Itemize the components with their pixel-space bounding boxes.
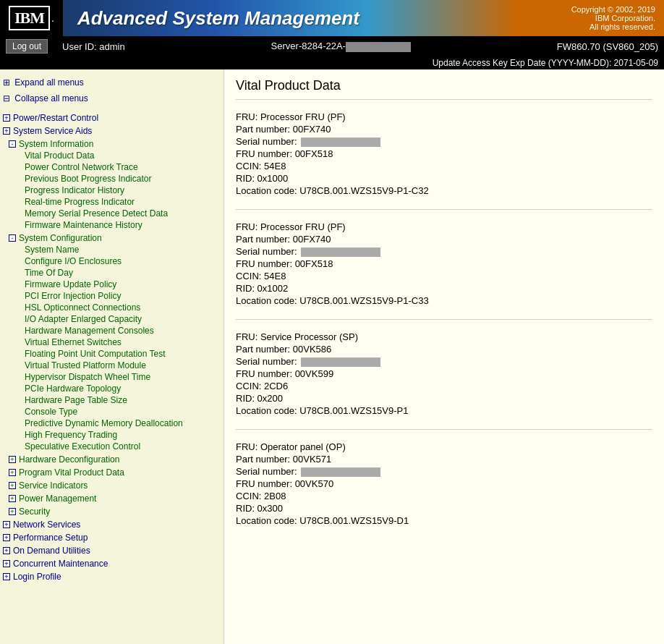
fru-label-1: FRU: Processor FRU (PF) [236, 221, 652, 232]
part-number-3: Part number: 00VK571 [236, 454, 652, 465]
expand-box-icon: + [3, 127, 10, 135]
sidebar-group-system-info[interactable]: - System Information [9, 138, 221, 150]
copyright-area: Copyright © 2002, 2019 IBM Corporation. … [519, 0, 664, 36]
sidebar-item-virtual-ethernet[interactable]: Virtual Ethernet Switches [9, 336, 221, 348]
expand-all-link[interactable]: ⊞ Expand all menus [3, 75, 221, 91]
sidebar-item-speculative-execution[interactable]: Speculative Execution Control [9, 441, 221, 452]
logout-button[interactable]: Log out [6, 39, 48, 54]
fru-block-0: FRU: Processor FRU (PF) Part number: 00F… [236, 111, 652, 210]
group-label: Security [19, 507, 50, 517]
sidebar-item-io-adapter-enlarged[interactable]: I/O Adapter Enlarged Capacity [9, 313, 221, 325]
fru-number-2: FRU number: 00VK599 [236, 368, 652, 379]
sidebar-item-configure-io-enclosures[interactable]: Configure I/O Enclosures [9, 255, 221, 267]
ibm-dot: . [51, 12, 54, 24]
sidebar-section-power-restart: + Power/Restart Control [3, 112, 221, 124]
sidebar-item-fp-computation-test[interactable]: Floating Point Unit Computation Test [9, 348, 221, 360]
group-label: Power Management [19, 493, 96, 504]
ccin-0: CCIN: 54E8 [236, 161, 652, 171]
sidebar-item-hsl-opticonnect[interactable]: HSL Opticonnect Connections [9, 302, 221, 313]
sidebar-group-service-aids[interactable]: + System Service Aids [3, 125, 221, 137]
sidebar-group-network-services[interactable]: + Network Services [3, 519, 221, 530]
serial-number-label-0: Serial number: [236, 136, 297, 147]
copyright-line3: All rights reserved. [528, 22, 655, 31]
access-key-text: Update Access Key Exp Date (YYYY-MM-DD):… [433, 58, 658, 68]
expand-box-icon: + [9, 495, 16, 502]
location-code-3: Location code: U78CB.001.WZS15V9-D1 [236, 515, 652, 526]
sidebar-group-security[interactable]: + Security [9, 506, 221, 517]
sidebar-item-system-name[interactable]: System Name [9, 244, 221, 255]
fru-label-3: FRU: Operator panel (OP) [236, 441, 652, 452]
ccin-3: CCIN: 2B08 [236, 491, 652, 501]
sidebar-item-high-frequency-trading[interactable]: High Frequency Trading [9, 429, 221, 441]
server-info: Server-8284-22A- [140, 41, 542, 52]
group-label: Concurrent Maintenance [13, 559, 108, 569]
sidebar-section-security: + Security [3, 506, 221, 517]
sidebar-group-login-profile[interactable]: + Login Profile [3, 571, 221, 582]
sidebar-item-pci-error-injection[interactable]: PCI Error Injection Policy [9, 290, 221, 302]
sidebar-item-progress-indicator-history[interactable]: Progress Indicator History [9, 185, 221, 196]
fru-block-3: FRU: Operator panel (OP) Part number: 00… [236, 441, 652, 539]
rid-3: RID: 0x300 [236, 503, 652, 514]
serial-number-row-0: Serial number: [236, 136, 652, 147]
sidebar-group-concurrent-maint[interactable]: + Concurrent Maintenance [3, 558, 221, 569]
access-key-bar: Update Access Key Exp Date (YYYY-MM-DD):… [0, 56, 664, 69]
serial-number-masked-3 [301, 467, 380, 477]
sidebar-item-predictive-dynamic-memory[interactable]: Predictive Dynamic Memory Deallocation [9, 418, 221, 429]
sidebar-group-program-vpd[interactable]: + Program Vital Product Data [9, 467, 221, 478]
serial-number-label-2: Serial number: [236, 356, 297, 367]
serial-number-label-1: Serial number: [236, 246, 297, 257]
sidebar-item-prev-boot-progress[interactable]: Previous Boot Progress Indicator [9, 173, 221, 185]
part-number-0: Part number: 00FX740 [236, 124, 652, 135]
sidebar-item-time-of-day[interactable]: Time Of Day [9, 267, 221, 279]
copyright-line1: Copyright © 2002, 2019 [528, 5, 655, 14]
expand-box-icon: - [9, 234, 16, 242]
sidebar-item-hypervisor-dispatch[interactable]: Hypervisor Dispatch Wheel Time [9, 371, 221, 383]
location-code-1: Location code: U78CB.001.WZS15V9-P1-C33 [236, 295, 652, 306]
sidebar-group-hw-deconfig[interactable]: + Hardware Deconfiguration [9, 454, 221, 465]
sidebar-item-firmware-update-policy[interactable]: Firmware Update Policy [9, 279, 221, 290]
fru-label-0: FRU: Processor FRU (PF) [236, 111, 652, 122]
expand-icon: ⊞ [3, 77, 10, 88]
sidebar-group-on-demand[interactable]: + On Demand Utilities [3, 545, 221, 556]
group-label: Login Profile [13, 572, 61, 582]
sidebar-item-realtime-progress[interactable]: Real-time Progress Indicator [9, 196, 221, 208]
sidebar-item-power-control-network-trace[interactable]: Power Control Network Trace [9, 161, 221, 173]
location-code-0: Location code: U78CB.001.WZS15V9-P1-C32 [236, 185, 652, 196]
fru-number-1: FRU number: 00FX518 [236, 258, 652, 269]
sidebar-section-system-config: - System Configuration System Name Confi… [3, 232, 221, 452]
fru-block-1: FRU: Processor FRU (PF) Part number: 00F… [236, 221, 652, 320]
server-label: Server-8284-22A- [271, 41, 346, 51]
sidebar-item-console-type[interactable]: Console Type [9, 406, 221, 418]
expand-box-icon: + [9, 482, 16, 489]
sidebar-group-service-indicators[interactable]: + Service Indicators [9, 480, 221, 491]
sidebar: ⊞ Expand all menus ⊟ Collapse all menus … [0, 69, 224, 644]
sidebar-item-hw-page-table-size[interactable]: Hardware Page Table Size [9, 394, 221, 406]
collapse-all-link[interactable]: ⊟ Collapse all menus [3, 91, 221, 107]
sidebar-item-memory-serial-presence[interactable]: Memory Serial Presence Detect Data [9, 208, 221, 219]
group-label: Hardware Deconfiguration [19, 454, 119, 465]
location-code-2: Location code: U78CB.001.WZS15V9-P1 [236, 405, 652, 416]
serial-number-row-1: Serial number: [236, 246, 652, 257]
group-label: On Demand Utilities [13, 546, 90, 556]
sidebar-group-system-config[interactable]: - System Configuration [9, 232, 221, 244]
sidebar-item-hw-mgmt-consoles[interactable]: Hardware Management Consoles [9, 325, 221, 336]
app-title: Advanced System Management [77, 7, 359, 30]
sidebar-group-performance-setup[interactable]: + Performance Setup [3, 532, 221, 543]
expand-box-icon: + [9, 508, 16, 515]
sidebar-item-pcie-hw-topology[interactable]: PCIe Hardware Topology [9, 383, 221, 394]
sidebar-section-network-services: + Network Services [3, 519, 221, 530]
group-label: System Service Aids [13, 126, 92, 136]
sidebar-item-virtual-trusted-platform[interactable]: Virtual Trusted Platform Module [9, 360, 221, 371]
expand-box-icon: + [9, 456, 16, 463]
collapse-icon: ⊟ [3, 93, 10, 103]
sidebar-group-power-restart[interactable]: + Power/Restart Control [3, 112, 221, 124]
rid-2: RID: 0x200 [236, 393, 652, 404]
sidebar-item-vital-product-data[interactable]: Vital Product Data [9, 150, 221, 161]
sidebar-section-hw-deconfig: + Hardware Deconfiguration [3, 454, 221, 465]
sidebar-group-power-mgmt[interactable]: + Power Management [9, 493, 221, 504]
group-label: Service Indicators [19, 480, 88, 491]
ccin-1: CCIN: 54E8 [236, 271, 652, 281]
ibm-logo: IBM [9, 6, 50, 30]
sidebar-item-firmware-maintenance-history[interactable]: Firmware Maintenance History [9, 219, 221, 231]
sidebar-section-performance-setup: + Performance Setup [3, 532, 221, 543]
